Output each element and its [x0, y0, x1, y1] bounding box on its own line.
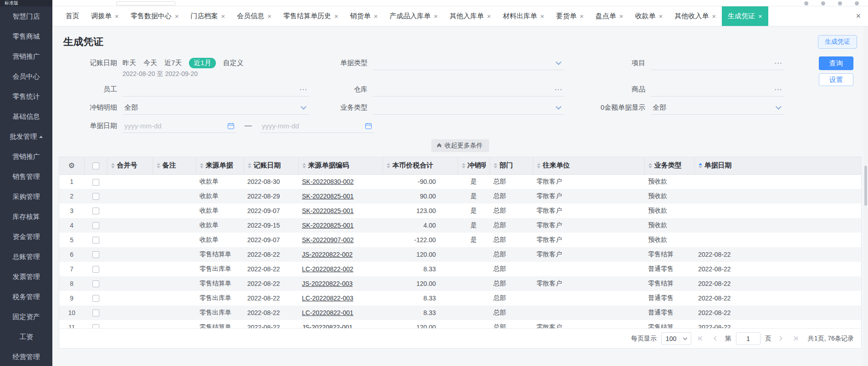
- column-header[interactable]: 单据日期: [694, 157, 861, 174]
- per-page-select[interactable]: 100: [661, 332, 691, 345]
- column-header[interactable]: 来源单据: [196, 157, 244, 174]
- sidebar-item[interactable]: 资金管理: [0, 227, 52, 247]
- sort-icons[interactable]: [111, 163, 115, 168]
- prev-page-icon[interactable]: [710, 334, 720, 344]
- column-header[interactable]: 记账日期: [244, 157, 298, 174]
- sort-icons[interactable]: [302, 163, 306, 168]
- column-header[interactable]: 来源单据编码: [298, 157, 383, 174]
- tab[interactable]: 生成凭证×: [722, 6, 768, 26]
- topbar-icon[interactable]: [838, 1, 842, 5]
- row-checkbox[interactable]: [92, 310, 99, 316]
- row-checkbox[interactable]: [92, 222, 99, 229]
- tab-close-icon[interactable]: ×: [267, 13, 271, 20]
- sidebar-item[interactable]: 税务管理: [0, 287, 52, 307]
- source-doc-link[interactable]: SK-20220825-001: [302, 222, 354, 229]
- source-doc-link[interactable]: SK-20220907-002: [302, 236, 354, 244]
- tab[interactable]: 其他入库单×: [444, 6, 497, 26]
- tab-close-icon[interactable]: ×: [619, 13, 623, 20]
- source-doc-link[interactable]: SK-20220830-002: [302, 178, 354, 185]
- date-quick-option[interactable]: 昨天: [123, 59, 136, 67]
- ellipsis-icon[interactable]: ⋯: [774, 86, 782, 93]
- goods-input[interactable]: ⋯: [651, 83, 784, 97]
- doc-date-end-input[interactable]: yyyy-mm-dd: [260, 119, 374, 133]
- tab[interactable]: 产成品入库单×: [384, 6, 444, 26]
- ellipsis-icon[interactable]: ⋯: [774, 59, 782, 67]
- project-input[interactable]: ⋯: [651, 56, 784, 70]
- ellipsis-icon[interactable]: ⋯: [554, 86, 562, 93]
- last-page-icon[interactable]: [791, 334, 801, 344]
- date-quick-option[interactable]: 自定义: [223, 59, 244, 67]
- source-doc-link[interactable]: LC-20220822-003: [302, 295, 353, 302]
- topbar-search-input[interactable]: [116, 1, 175, 5]
- sidebar-item[interactable]: 经营管理: [0, 347, 52, 366]
- doc-type-select[interactable]: [373, 56, 564, 70]
- row-checkbox[interactable]: [92, 295, 99, 302]
- row-checkbox[interactable]: [92, 193, 99, 200]
- sidebar-item[interactable]: 采购管理: [0, 187, 52, 207]
- tab[interactable]: 首页: [60, 6, 85, 26]
- sort-icons[interactable]: [387, 163, 390, 168]
- writeoff-detail-select[interactable]: 全部: [123, 101, 309, 115]
- sort-icons[interactable]: [699, 163, 702, 168]
- sidebar-item[interactable]: 销售管理: [0, 167, 52, 187]
- sort-icons[interactable]: [537, 163, 541, 168]
- query-button[interactable]: 查询: [819, 56, 853, 70]
- page-number-input[interactable]: [736, 332, 761, 345]
- tab[interactable]: 调拨单×: [85, 6, 125, 26]
- column-header[interactable]: 合并号: [107, 157, 153, 174]
- tab-close-icon[interactable]: ×: [175, 13, 179, 20]
- sidebar-item[interactable]: 营销推广: [0, 46, 52, 66]
- vertical-scrollbar[interactable]: [863, 26, 868, 366]
- tab[interactable]: 销货单×: [344, 6, 384, 26]
- source-doc-link[interactable]: JS-20220822-002: [302, 251, 352, 258]
- row-checkbox[interactable]: [92, 266, 99, 273]
- table-settings-gear-icon[interactable]: ⚙: [59, 157, 84, 174]
- tab-close-icon[interactable]: ×: [712, 13, 716, 20]
- column-header[interactable]: 业务类型: [644, 157, 694, 174]
- tab[interactable]: 门店档案×: [185, 6, 231, 26]
- zero-amount-select[interactable]: 全部: [651, 101, 784, 115]
- sort-icons[interactable]: [157, 163, 160, 168]
- tab-close-icon[interactable]: ×: [540, 13, 544, 20]
- close-all-tabs-icon[interactable]: ×: [848, 11, 868, 21]
- sidebar-item[interactable]: 批发管理: [0, 127, 52, 147]
- tab-close-icon[interactable]: ×: [487, 13, 491, 20]
- row-checkbox[interactable]: [92, 179, 99, 186]
- sidebar-item[interactable]: 库存核算: [0, 207, 52, 227]
- source-doc-link[interactable]: LC-20220822-002: [302, 265, 353, 273]
- sidebar-item[interactable]: 零售商城: [0, 26, 52, 46]
- topbar-icon[interactable]: [855, 1, 859, 5]
- tab[interactable]: 零售数据中心×: [125, 6, 185, 26]
- column-header[interactable]: 备注: [153, 157, 196, 174]
- sidebar-item[interactable]: 固定资产: [0, 307, 52, 327]
- topbar-icon[interactable]: [804, 1, 808, 5]
- calendar-icon[interactable]: [227, 122, 235, 130]
- date-quick-option[interactable]: 近1月: [189, 58, 215, 68]
- row-checkbox[interactable]: [92, 208, 99, 214]
- select-all-checkbox[interactable]: [92, 163, 99, 169]
- sidebar-item[interactable]: 基础信息: [0, 107, 52, 127]
- source-doc-link[interactable]: SK-20220825-001: [302, 193, 354, 200]
- sidebar-item[interactable]: 总账管理: [0, 247, 52, 267]
- row-checkbox[interactable]: [92, 280, 99, 287]
- biz-type-select[interactable]: [373, 101, 564, 115]
- sidebar-item[interactable]: 营销推广: [0, 147, 52, 167]
- row-checkbox[interactable]: [92, 237, 99, 244]
- tab-close-icon[interactable]: ×: [221, 13, 225, 20]
- doc-date-start-input[interactable]: yyyy-mm-dd: [123, 119, 236, 133]
- tab[interactable]: 材料出库单×: [497, 6, 550, 26]
- next-page-icon[interactable]: [776, 334, 786, 344]
- ellipsis-icon[interactable]: ⋯: [299, 86, 307, 93]
- source-doc-link[interactable]: JS-20220822-001: [302, 324, 352, 328]
- tab-close-icon[interactable]: ×: [580, 13, 584, 20]
- tab[interactable]: 收款单×: [629, 6, 669, 26]
- first-page-icon[interactable]: [696, 334, 706, 344]
- column-header[interactable]: 冲销明细: [458, 157, 490, 174]
- tab[interactable]: 会员信息×: [231, 6, 277, 26]
- tab[interactable]: 其他收入单×: [669, 6, 722, 26]
- tab[interactable]: 盘点单×: [590, 6, 629, 26]
- scrollbar-thumb[interactable]: [864, 166, 867, 206]
- tab-close-icon[interactable]: ×: [434, 13, 438, 20]
- source-doc-link[interactable]: LC-20220822-001: [302, 309, 353, 316]
- sidebar-item[interactable]: 智慧门店: [0, 6, 52, 26]
